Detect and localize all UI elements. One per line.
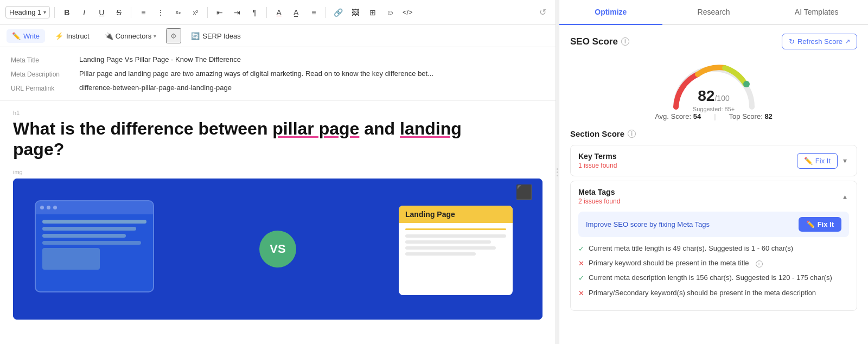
meta-description-row: Meta Description Pillar page and landing…	[11, 67, 545, 81]
cross-icon-2: ✕	[578, 289, 584, 298]
key-terms-title: Key Terms	[578, 152, 617, 161]
key-terms-actions: ✏️ Fix It ▾	[797, 153, 849, 169]
connectors-button[interactable]: 🔌 Connectors ▾	[99, 29, 162, 43]
pillar-page-keyword: pillar page	[272, 119, 359, 138]
text-highlight-button[interactable]: A̲	[289, 5, 304, 20]
bold-button[interactable]: B	[59, 5, 74, 20]
gauge-score: 82	[698, 87, 714, 104]
toolbar-sep-4	[266, 7, 267, 18]
meta-description-label: Meta Description	[11, 69, 71, 78]
meta-tags-expanded: Improve SEO score by fixing Meta Tags ✏️…	[571, 212, 857, 310]
section-score-info-icon[interactable]: i	[628, 130, 636, 138]
panel-tabs: Optimize Research AI Templates	[559, 0, 868, 25]
check-icon-1: ✓	[578, 244, 584, 254]
resize-dot-2	[557, 171, 558, 173]
panel-content: SEO Score i ↻ Refresh Score ↗	[559, 25, 868, 344]
img-tag-label: img	[13, 169, 542, 175]
connectors-chevron: ▾	[154, 33, 156, 39]
editor-panel: Heading 1 ▾ B I U S ≡ ⋮ x₂ x² ⇤ ⇥ ¶ A A̲…	[0, 0, 556, 344]
table-button[interactable]: ⊞	[365, 5, 380, 20]
resize-dot-1	[557, 168, 558, 170]
check-item-1: ✓ Current meta title length is 49 char(s…	[578, 244, 849, 254]
tab-optimize[interactable]: Optimize	[559, 0, 662, 25]
history-button[interactable]: ↺	[535, 5, 550, 20]
secondary-toolbar: ✏️ Write ⚡ Instruct 🔌 Connectors ▾ ⚙ 🔄 S…	[0, 25, 556, 47]
check-item-2: ✓ Current meta description length is 156…	[578, 273, 849, 283]
meta-url-value[interactable]: difference-between-pillar-page-and-landi…	[79, 84, 545, 92]
seo-score-header: SEO Score i ↻ Refresh Score ↗	[570, 34, 857, 49]
gauge-wrap: 82/100 Suggested: 85+	[665, 58, 763, 112]
align-button[interactable]: ≡	[306, 5, 321, 20]
serp-icon: 🔄	[191, 32, 200, 40]
key-terms-expand-button[interactable]: ▾	[841, 154, 849, 167]
meta-tags-fix-button[interactable]: ✏️ Fix It	[799, 217, 841, 232]
superscript-button[interactable]: x²	[188, 5, 203, 20]
meta-tags-title: Meta Tags	[578, 188, 620, 196]
score-row: Avg. Score: 54 | Top Score: 82	[655, 112, 773, 120]
ordered-list-button[interactable]: ≡	[136, 5, 151, 20]
code-button[interactable]: </>	[400, 5, 415, 20]
meta-title-label: Meta Title	[11, 55, 71, 64]
write-label: Write	[23, 32, 40, 40]
meta-title-value[interactable]: Landing Page Vs Pillar Page - Know The D…	[79, 55, 545, 63]
landing-page-card: Landing Page	[399, 206, 513, 295]
seo-score-title: SEO Score i	[570, 36, 629, 47]
cross-item-1: ✕ Primary keyword should be present in t…	[578, 258, 849, 269]
svg-point-0	[743, 81, 750, 87]
avg-score: Avg. Score: 54	[655, 112, 701, 120]
top-right-icon: ⬛	[515, 184, 533, 201]
connectors-icon: 🔌	[105, 32, 113, 40]
cross-info-icon[interactable]: i	[756, 258, 763, 268]
meta-url-row: URL Permalink difference-between-pillar-…	[11, 81, 545, 95]
meta-tags-header: Meta Tags 2 issues found ▴	[571, 181, 857, 212]
gauge-text: 82/100 Suggested: 85+	[693, 87, 735, 112]
meta-description-value[interactable]: Pillar page and landing page are two ama…	[79, 69, 545, 78]
resize-dots	[557, 168, 558, 176]
outdent-button[interactable]: ⇤	[212, 5, 227, 20]
connectors-label: Connectors	[116, 32, 151, 40]
improve-row: Improve SEO score by fixing Meta Tags ✏️…	[578, 212, 849, 237]
write-button[interactable]: ✏️ Write	[7, 29, 45, 43]
key-terms-section: Key Terms 1 issue found ✏️ Fix It ▾	[570, 145, 857, 176]
text-color-button[interactable]: A	[271, 5, 286, 20]
subscript-button[interactable]: x₂	[170, 5, 186, 20]
score-divider: |	[714, 112, 716, 120]
key-terms-info: Key Terms 1 issue found	[578, 152, 617, 169]
browser-mockup-left	[35, 200, 154, 292]
link-button[interactable]: 🔗	[330, 5, 346, 20]
key-terms-header: Key Terms 1 issue found ✏️ Fix It ▾	[571, 145, 857, 176]
serp-ideas-button[interactable]: 🔄 SERP Ideas	[186, 29, 246, 43]
key-terms-fix-button[interactable]: ✏️ Fix It	[797, 153, 838, 169]
key-terms-issue: 1 issue found	[578, 162, 617, 169]
vs-circle: VS	[259, 231, 296, 267]
paragraph-button[interactable]: ¶	[247, 5, 262, 20]
improve-text: Improve SEO score by fixing Meta Tags	[586, 220, 710, 228]
strikethrough-button[interactable]: S	[111, 5, 126, 20]
external-link-icon: ↗	[845, 38, 850, 45]
seo-score-info-icon[interactable]: i	[621, 37, 629, 46]
underline-button[interactable]: U	[94, 5, 109, 20]
emoji-button[interactable]: ☺	[382, 5, 398, 20]
toolbar-sep-1	[54, 7, 55, 18]
article-image: Landing Page VS ⬛	[13, 179, 542, 320]
unordered-list-button[interactable]: ⋮	[153, 5, 168, 20]
meta-fix-icon: ✏️	[806, 220, 815, 228]
toolbar-sep-5	[326, 7, 326, 18]
refresh-score-button[interactable]: ↻ Refresh Score ↗	[782, 34, 857, 49]
article-heading[interactable]: What is the difference between pillar pa…	[13, 118, 542, 160]
gauge-suggested: Suggested: 85+	[693, 106, 735, 112]
settings-button[interactable]: ⚙	[166, 28, 181, 43]
vs-text: VS	[270, 242, 285, 256]
top-score: Top Score: 82	[729, 112, 773, 120]
meta-tags-collapse-button[interactable]: ▴	[841, 190, 849, 203]
image-button[interactable]: 🖼	[348, 5, 363, 20]
main-toolbar: Heading 1 ▾ B I U S ≡ ⋮ x₂ x² ⇤ ⇥ ¶ A A̲…	[0, 0, 556, 25]
italic-button[interactable]: I	[76, 5, 92, 20]
tab-research[interactable]: Research	[662, 0, 765, 25]
heading-select[interactable]: Heading 1 ▾	[5, 6, 50, 18]
tab-ai-templates[interactable]: AI Templates	[765, 0, 868, 25]
indent-button[interactable]: ⇥	[229, 5, 245, 20]
content-area[interactable]: h1 What is the difference between pillar…	[0, 101, 556, 344]
instruct-button[interactable]: ⚡ Instruct	[49, 29, 95, 43]
refresh-icon: ↻	[789, 37, 795, 46]
